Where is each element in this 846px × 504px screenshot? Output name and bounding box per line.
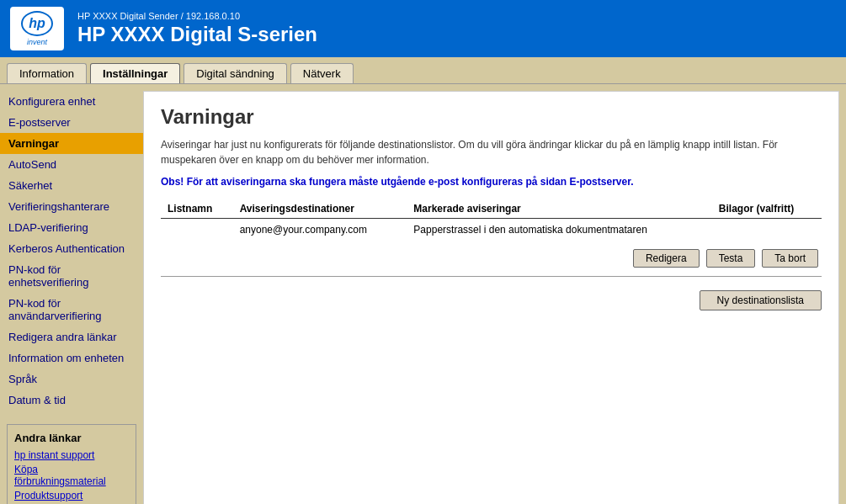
table-row: anyone@your.company.com Papperstrassel i… [161, 219, 822, 241]
tab-bar: Information Inställningar Digital sändni… [0, 57, 846, 84]
main-container: Konfigurera enhet E-postserver Varningar… [0, 84, 846, 504]
alert-table: Listnamn Aviseringsdestinationer Markera… [161, 199, 822, 241]
tab-digital-sandning[interactable]: Digital sändning [184, 63, 287, 83]
andra-lankar-box: Andra länkar hp instant support Köpa för… [7, 424, 136, 504]
sidebar-item-sprak[interactable]: Språk [0, 369, 143, 390]
sidebar-item-autosend[interactable]: AutoSend [0, 154, 143, 175]
header-title: HP XXXX Digital S-serien [77, 23, 317, 46]
tab-installningar[interactable]: Inställningar [90, 63, 180, 83]
testa-button[interactable]: Testa [706, 249, 756, 268]
header-text: HP XXXX Digital Sender / 192.168.0.10 HP… [77, 11, 317, 46]
hp-logo-circle: hp [21, 11, 53, 36]
sidebar-item-kerberos-authentication[interactable]: Kerberos Authentication [0, 238, 143, 259]
sidebar-item-ldap-verifiering[interactable]: LDAP-verifiering [0, 217, 143, 238]
sidebar-item-redigera-andra-lankar[interactable]: Redigera andra länkar [0, 326, 143, 347]
cell-markerade-aviseringar: Papperstrassel i den automatiska dokumen… [407, 219, 711, 241]
hp-logo: hp invent [10, 7, 64, 50]
link-hp-instant-support[interactable]: hp instant support [14, 449, 129, 461]
sidebar: Konfigurera enhet E-postserver Varningar… [0, 84, 143, 504]
col-bilagor: Bilagor (valfritt) [712, 199, 822, 219]
sidebar-item-varningar[interactable]: Varningar [0, 133, 143, 154]
hp-invent-text: invent [27, 38, 47, 46]
ta-bort-button[interactable]: Ta bort [762, 249, 818, 268]
andra-lankar-title: Andra länkar [14, 432, 129, 444]
tab-information[interactable]: Information [7, 63, 87, 83]
sidebar-item-pinkod-anvandarverifiering[interactable]: PN-kod för användarverifiering [0, 293, 143, 326]
sidebar-item-verifieringshanterare[interactable]: Verifieringshanterare [0, 196, 143, 217]
divider [161, 276, 822, 277]
sidebar-item-sakerhet[interactable]: Säkerhet [0, 175, 143, 196]
link-produktsupport[interactable]: Produktsupport [14, 490, 129, 501]
tab-natverk[interactable]: Nätverk [290, 63, 354, 83]
page-title: Varningar [161, 105, 822, 129]
col-markerade-aviseringar: Markerade aviseringar [407, 199, 711, 219]
sidebar-item-konfigurera-enhet[interactable]: Konfigurera enhet [0, 91, 143, 112]
hp-logo-text: hp [29, 16, 45, 31]
sidebar-item-information-om-enheten[interactable]: Information om enheten [0, 347, 143, 369]
sidebar-item-pinkod-enhetsverifiering[interactable]: PN-kod för enhetsverifiering [0, 259, 143, 293]
description-text: Aviseringar har just nu konfigurerats fö… [161, 137, 822, 167]
col-aviseringsdestinationer: Aviseringsdestinationer [233, 199, 407, 219]
sidebar-item-datum-tid[interactable]: Datum & tid [0, 390, 143, 411]
table-buttons: Redigera Testa Ta bort [161, 249, 822, 268]
new-list-container: Ny destinationslista [161, 290, 822, 310]
cell-bilagor [712, 219, 822, 241]
cell-listnamn [161, 219, 233, 241]
content-area: Varningar Aviseringar har just nu konfig… [143, 91, 839, 504]
notice-text: Obs! För att aviseringarna ska fungera m… [161, 176, 822, 188]
ny-destinationslista-button[interactable]: Ny destinationslista [700, 290, 822, 310]
header-subtitle: HP XXXX Digital Sender / 192.168.0.10 [77, 11, 317, 21]
header: hp invent HP XXXX Digital Sender / 192.1… [0, 0, 846, 57]
cell-aviseringsdestinationer: anyone@your.company.com [233, 219, 407, 241]
sidebar-item-e-postserver[interactable]: E-postserver [0, 112, 143, 133]
redigera-button[interactable]: Redigera [633, 249, 700, 268]
link-kopa-forbrukningsmaterial[interactable]: Köpa förbrukningsmaterial [14, 464, 129, 487]
col-listnamn: Listnamn [161, 199, 233, 219]
